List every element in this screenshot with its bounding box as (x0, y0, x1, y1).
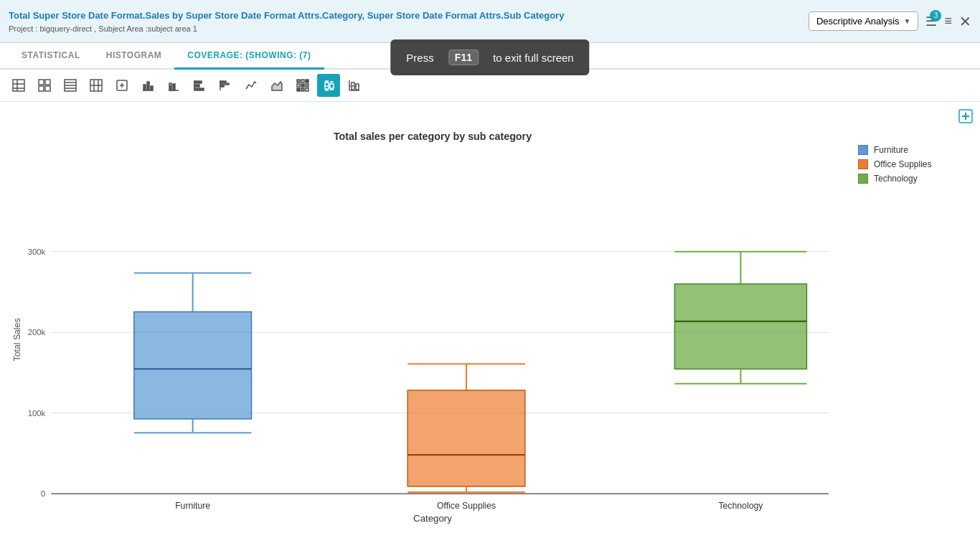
svg-rect-38 (306, 80, 308, 83)
bar-chart2-icon-button[interactable] (162, 74, 185, 97)
legend-color-office (858, 159, 868, 169)
export-icon-button[interactable] (110, 74, 133, 97)
tech-box (674, 284, 806, 369)
svg-rect-29 (194, 85, 199, 87)
y-tick-200k: 200k (28, 328, 46, 336)
svg-rect-37 (301, 80, 304, 83)
x-axis-label: Category (413, 513, 452, 524)
svg-rect-24 (169, 86, 171, 90)
y-tick-300k: 300k (28, 248, 46, 256)
tooltip-post: to exit full screen (493, 52, 574, 64)
legend-item-office: Office Supplies (858, 159, 973, 169)
area-chart-icon-button[interactable] (265, 74, 288, 97)
legend-color-furniture (858, 145, 868, 155)
legend-label-furniture: Furniture (874, 145, 908, 155)
grid2-icon-button[interactable] (59, 74, 82, 97)
svg-marker-35 (272, 82, 282, 90)
chart-legend: Furniture Office Supplies Technology (858, 116, 973, 534)
filter-icon-button[interactable]: ☰ 3 (925, 14, 937, 29)
header-right: Descriptive Analysis ▼ ☰ 3 ≡ ✕ (809, 11, 971, 31)
os-box (407, 390, 525, 486)
svg-rect-21 (147, 82, 149, 90)
svg-rect-26 (173, 84, 175, 90)
chart-inner: Total sales per category by sub category… (7, 116, 858, 534)
y-axis-label: Total Sales (12, 318, 22, 361)
filter-badge: 3 (930, 10, 941, 22)
boxplot-icon-button[interactable] (317, 74, 340, 97)
legend-label-office: Office Supplies (874, 159, 932, 169)
fullscreen-tooltip: Press F11 to exit full screen (390, 39, 589, 75)
add-chart-button[interactable] (958, 109, 973, 127)
chart-area: Total sales per category by sub category… (0, 102, 980, 541)
tooltip-pre: Press (406, 52, 433, 64)
furniture-box (134, 312, 252, 419)
svg-rect-43 (301, 88, 304, 91)
svg-rect-34 (220, 85, 224, 87)
tab-coverage[interactable]: COVERAGE: (SHOWING: (7) (174, 43, 324, 70)
f11-key-badge: F11 (448, 50, 479, 65)
bar-chart-icon-button[interactable] (136, 74, 159, 97)
svg-rect-39 (297, 84, 300, 87)
legend-item-furniture: Furniture (858, 145, 973, 155)
page-subtitle: Project : bigquery-direct , Subject Area… (9, 24, 809, 33)
chart-container: Total sales per category by sub category… (7, 116, 973, 534)
chart-title: Total sales per category by sub category (334, 131, 532, 142)
tech-label: Technology (718, 501, 763, 511)
y-tick-100k: 100k (28, 409, 46, 418)
grid3-icon-button[interactable] (85, 74, 108, 97)
os-label: Office Supplies (437, 501, 496, 511)
svg-rect-25 (169, 83, 171, 86)
tab-statistical[interactable]: STATISTICAL (9, 43, 93, 70)
furniture-label: Furniture (175, 501, 210, 511)
descriptive-label: Descriptive Analysis (816, 16, 900, 27)
hbar2-icon-button[interactable] (214, 74, 237, 97)
svg-rect-51 (330, 84, 334, 88)
svg-rect-60 (356, 84, 359, 90)
svg-rect-28 (194, 81, 202, 83)
page-title: Total Super Store Date Format.Sales by S… (9, 9, 809, 22)
svg-rect-32 (220, 81, 226, 83)
svg-rect-6 (39, 86, 44, 91)
svg-rect-7 (45, 86, 50, 91)
legend-label-technology: Technology (874, 174, 918, 184)
svg-rect-36 (297, 80, 300, 83)
descriptive-analysis-button[interactable]: Descriptive Analysis ▼ (809, 11, 919, 31)
svg-rect-30 (194, 88, 204, 90)
tab-histogram[interactable]: HISTOGRAM (93, 43, 175, 70)
svg-rect-22 (151, 86, 153, 90)
pivot-table-icon-button[interactable] (33, 74, 56, 97)
svg-rect-40 (301, 84, 304, 87)
y-tick-0: 0 (41, 489, 45, 498)
table-icon-button[interactable] (7, 74, 30, 97)
svg-rect-4 (39, 80, 44, 85)
header: Total Super Store Date Format.Sales by S… (0, 0, 980, 43)
legend-color-technology (858, 174, 868, 184)
svg-rect-20 (143, 85, 146, 90)
svg-rect-0 (13, 80, 24, 91)
header-left: Total Super Store Date Format.Sales by S… (9, 9, 809, 32)
svg-rect-33 (220, 83, 229, 85)
svg-rect-5 (45, 80, 50, 85)
heatmap-icon-button[interactable] (291, 74, 314, 97)
svg-rect-41 (306, 84, 308, 87)
svg-rect-44 (306, 88, 308, 91)
hbar-chart-icon-button[interactable] (188, 74, 211, 97)
dropdown-arrow-icon: ▼ (904, 17, 911, 25)
svg-rect-42 (297, 88, 300, 91)
scatter-icon-button[interactable] (343, 74, 366, 97)
close-button[interactable]: ✕ (959, 13, 971, 30)
legend-item-technology: Technology (858, 174, 973, 184)
line-chart-icon-button[interactable] (240, 74, 263, 97)
menu-icon-button[interactable]: ≡ (944, 14, 952, 29)
